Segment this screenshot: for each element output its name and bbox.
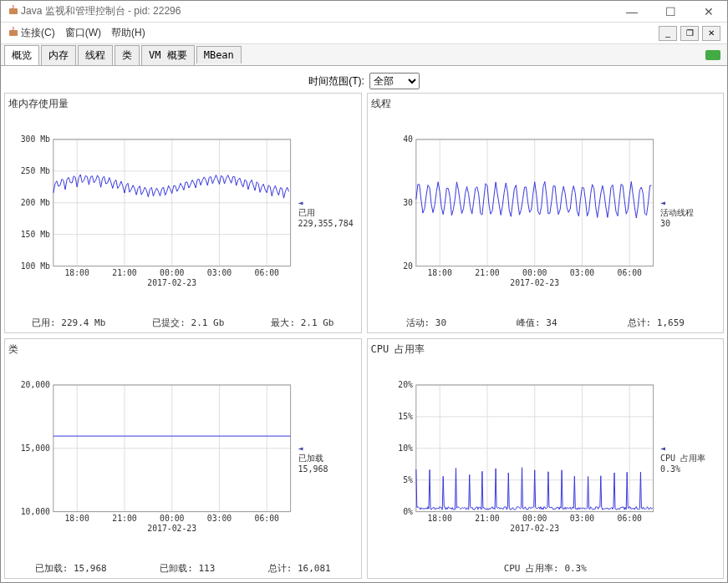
tab-mbean[interactable]: MBean — [196, 46, 242, 63]
panel-threads-title: 线程 — [371, 97, 720, 111]
java-icon — [8, 3, 21, 19]
time-range-select[interactable]: 全部 — [369, 73, 420, 89]
svg-text:10%: 10% — [398, 444, 413, 453]
window-title: Java 监视和管理控制台 - pid: 22296 — [21, 4, 620, 18]
svg-text:00:00: 00:00 — [160, 514, 185, 523]
svg-text:20,000: 20,000 — [21, 380, 50, 389]
svg-text:2017-02-23: 2017-02-23 — [510, 278, 559, 287]
svg-text:06:00: 06:00 — [255, 514, 280, 523]
chart-classes[interactable]: 10,00015,00020,00018:0021:0000:0003:0006… — [8, 358, 295, 559]
svg-text:100 Mb: 100 Mb — [21, 261, 50, 271]
panel-classes: 类 10,00015,00020,00018:0021:0000:0003:00… — [4, 338, 362, 579]
svg-text:03:00: 03:00 — [207, 514, 232, 523]
legend-heap: ◄ 已用 229,355,784 — [295, 113, 358, 313]
chart-heap[interactable]: 100 Mb150 Mb200 Mb250 Mb300 Mb18:0021:00… — [8, 113, 295, 313]
svg-text:40: 40 — [403, 134, 413, 144]
tab-classes[interactable]: 类 — [115, 45, 140, 65]
svg-text:03:00: 03:00 — [569, 268, 594, 277]
svg-text:00:00: 00:00 — [160, 268, 185, 277]
svg-text:21:00: 21:00 — [112, 268, 137, 277]
svg-text:2017-02-23: 2017-02-23 — [147, 524, 196, 533]
minimize-button[interactable]: — — [620, 3, 644, 20]
svg-text:5%: 5% — [403, 475, 413, 484]
close-button[interactable]: ✕ — [697, 3, 720, 20]
stats-threads: 活动: 30 峰值: 34 总计: 1,659 — [371, 313, 720, 329]
svg-text:03:00: 03:00 — [207, 268, 232, 277]
svg-text:0%: 0% — [403, 507, 413, 516]
menu-help[interactable]: 帮助(H) — [111, 26, 145, 40]
svg-text:2017-02-23: 2017-02-23 — [510, 524, 559, 533]
maximize-button[interactable]: ☐ — [659, 3, 682, 20]
panel-classes-title: 类 — [8, 342, 358, 357]
svg-text:15,000: 15,000 — [21, 444, 50, 453]
legend-threads: ◄ 活动线程 30 — [657, 113, 720, 313]
svg-text:21:00: 21:00 — [475, 514, 500, 523]
svg-text:200 Mb: 200 Mb — [21, 198, 50, 207]
svg-text:30: 30 — [403, 198, 413, 207]
svg-text:21:00: 21:00 — [112, 514, 137, 523]
chart-cpu[interactable]: 0%5%10%15%20%18:0021:0000:0003:0006:0020… — [371, 358, 658, 559]
main-window: Java 监视和管理控制台 - pid: 22296 — ☐ ✕ 连接(C) 窗… — [0, 0, 728, 583]
legend-threads-value: 30 — [660, 219, 720, 228]
svg-text:18:00: 18:00 — [64, 514, 89, 523]
connection-status-icon — [705, 50, 720, 60]
window-buttons: — ☐ ✕ — [620, 3, 720, 20]
svg-text:00:00: 00:00 — [522, 514, 547, 523]
panel-heap-title: 堆内存使用量 — [8, 97, 358, 111]
panel-threads: 线程 20304018:0021:0000:0003:0006:002017-0… — [367, 93, 725, 333]
tab-threads[interactable]: 线程 — [78, 45, 113, 65]
tabbar: 概览 内存 线程 类 VM 概要 MBean — [1, 44, 727, 66]
svg-text:18:00: 18:00 — [427, 268, 452, 277]
legend-heap-label: 已用 — [298, 207, 358, 219]
stats-classes: 已加载: 15,968 已卸载: 113 总计: 16,081 — [8, 559, 358, 575]
menu-window[interactable]: 窗口(W) — [65, 26, 101, 40]
svg-rect-0 — [9, 8, 18, 14]
svg-rect-1 — [9, 30, 18, 36]
svg-text:18:00: 18:00 — [64, 268, 89, 277]
svg-text:250 Mb: 250 Mb — [21, 166, 50, 175]
svg-text:06:00: 06:00 — [617, 514, 642, 523]
mdi-minimize-button[interactable]: _ — [659, 26, 677, 41]
tab-memory[interactable]: 内存 — [41, 45, 76, 65]
svg-text:15%: 15% — [398, 412, 413, 421]
legend-cpu: ◄ CPU 占用率 0.3% — [657, 358, 720, 559]
stats-heap: 已用: 229.4 Mb 已提交: 2.1 Gb 最大: 2.1 Gb — [8, 313, 358, 329]
legend-heap-value: 229,355,784 — [298, 219, 358, 228]
panel-cpu-title: CPU 占用率 — [371, 342, 720, 357]
menubar: 连接(C) 窗口(W) 帮助(H) _ ❐ ✕ — [1, 23, 727, 44]
svg-text:06:00: 06:00 — [255, 268, 280, 277]
svg-text:150 Mb: 150 Mb — [21, 230, 50, 239]
mdi-close-button[interactable]: ✕ — [702, 26, 720, 41]
legend-cpu-label: CPU 占用率 — [660, 453, 720, 464]
svg-text:2017-02-23: 2017-02-23 — [147, 278, 196, 287]
legend-classes-label: 已加载 — [298, 453, 358, 464]
legend-classes: ◄ 已加载 15,968 — [295, 358, 358, 559]
svg-text:03:00: 03:00 — [569, 514, 594, 523]
chart-threads[interactable]: 20304018:0021:0000:0003:0006:002017-02-2… — [371, 113, 658, 313]
svg-text:00:00: 00:00 — [522, 268, 547, 277]
tab-overview[interactable]: 概览 — [4, 45, 39, 65]
svg-text:300 Mb: 300 Mb — [21, 134, 50, 144]
svg-text:21:00: 21:00 — [475, 268, 500, 277]
panel-cpu: CPU 占用率 0%5%10%15%20%18:0021:0000:0003:0… — [367, 338, 725, 579]
svg-text:06:00: 06:00 — [617, 268, 642, 277]
legend-cpu-value: 0.3% — [660, 464, 720, 474]
titlebar: Java 监视和管理控制台 - pid: 22296 — ☐ ✕ — [1, 1, 727, 23]
java-icon — [8, 25, 21, 41]
content: 时间范围(T): 全部 堆内存使用量 100 Mb150 Mb200 Mb250… — [1, 66, 727, 582]
legend-classes-value: 15,968 — [298, 464, 358, 474]
svg-text:10,000: 10,000 — [21, 507, 50, 516]
svg-text:20: 20 — [403, 261, 413, 271]
panel-heap: 堆内存使用量 100 Mb150 Mb200 Mb250 Mb300 Mb18:… — [4, 93, 362, 333]
stats-cpu: CPU 占用率: 0.3% — [371, 559, 720, 575]
tab-vm[interactable]: VM 概要 — [141, 45, 195, 65]
svg-text:20%: 20% — [398, 380, 413, 389]
svg-text:18:00: 18:00 — [427, 514, 452, 523]
time-range-label: 时间范围(T): — [308, 74, 364, 89]
legend-threads-label: 活动线程 — [660, 207, 720, 219]
time-range-row: 时间范围(T): 全部 — [4, 69, 724, 93]
chart-grid: 堆内存使用量 100 Mb150 Mb200 Mb250 Mb300 Mb18:… — [4, 93, 724, 579]
mdi-restore-button[interactable]: ❐ — [680, 26, 699, 41]
menu-connect[interactable]: 连接(C) — [21, 26, 55, 40]
